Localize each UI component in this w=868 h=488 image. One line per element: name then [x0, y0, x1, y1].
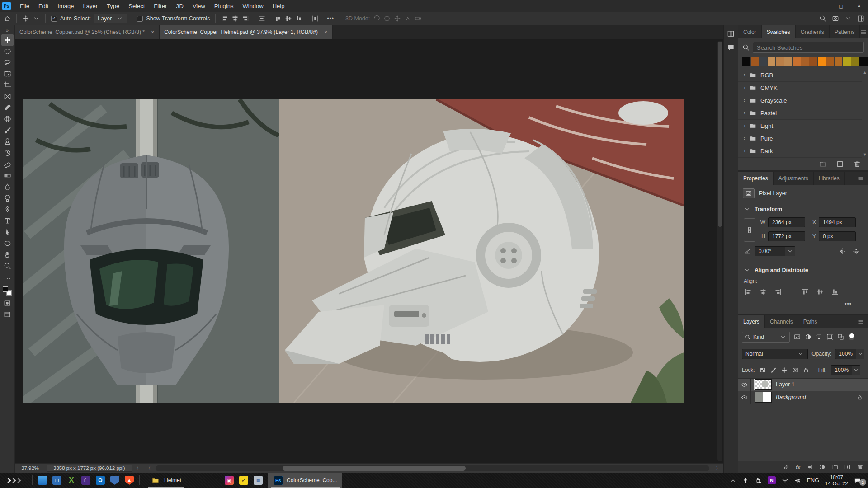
new-layer-icon[interactable]	[844, 464, 851, 470]
xbox-icon[interactable]: X	[67, 476, 76, 485]
move-tool[interactable]	[1, 34, 14, 46]
y-field[interactable]: 0 px	[819, 231, 856, 241]
notification-center-button[interactable]: 2	[854, 477, 863, 484]
zoom-tool[interactable]	[1, 260, 14, 272]
filter-pixel-layers-icon[interactable]	[794, 333, 801, 340]
foreground-background-colors[interactable]	[3, 286, 12, 296]
x-field[interactable]: 1494 px	[819, 217, 856, 227]
swatch-folder-light[interactable]: ›Light	[738, 120, 862, 132]
layer-thumbnail[interactable]	[755, 379, 772, 390]
flip-vertical-icon[interactable]	[853, 248, 860, 255]
brush-tool[interactable]	[1, 125, 14, 136]
color-swatch[interactable]	[751, 57, 759, 66]
menu-item-help[interactable]: Help	[268, 0, 289, 12]
menu-item-3d[interactable]: 3D	[171, 0, 188, 12]
align-section-header[interactable]: Align and Distribute	[744, 267, 863, 274]
file-explorer-icon[interactable]: ❐	[52, 476, 61, 485]
outlook-icon[interactable]: O	[96, 476, 105, 485]
distribute-horizontal-icon[interactable]	[311, 15, 319, 22]
quick-mask-icon[interactable]	[4, 300, 11, 307]
lock-position-icon[interactable]	[781, 367, 788, 373]
panel-menu-icon[interactable]	[857, 315, 868, 328]
canvas-pasteboard[interactable]	[15, 39, 723, 463]
usb-device-icon[interactable]	[742, 477, 749, 484]
blur-tool[interactable]	[1, 181, 14, 192]
align-top-icon[interactable]	[274, 15, 282, 22]
opacity-field[interactable]: 100%	[835, 349, 864, 359]
eyedropper-tool[interactable]	[1, 102, 14, 113]
screen-mode-icon[interactable]	[4, 311, 11, 318]
lock-artboard-icon[interactable]	[792, 367, 798, 373]
zoom-level-field[interactable]: 37.92%	[19, 465, 42, 471]
workspace-switcher-icon[interactable]	[857, 15, 864, 22]
onenote-icon[interactable]: N	[768, 476, 776, 484]
more-align-options-button[interactable]: •••	[327, 15, 334, 22]
auto-select-target-dropdown[interactable]: Layer	[94, 14, 127, 23]
lock-transparency-icon[interactable]	[760, 367, 766, 373]
tab-layers[interactable]: Layers	[738, 315, 765, 328]
swatch-folder-cmyk[interactable]: ›CMYK	[738, 82, 862, 94]
color-swatch[interactable]	[818, 57, 826, 66]
color-swatch[interactable]	[843, 57, 851, 66]
layer-visibility-eye-icon[interactable]	[738, 379, 751, 391]
scroll-left-arrow-icon[interactable]: 〈	[146, 465, 151, 472]
remote-desktop-icon[interactable]: ▦	[254, 476, 263, 485]
width-field[interactable]: 2364 px	[768, 217, 805, 227]
color-swatch[interactable]	[826, 57, 834, 66]
color-swatch[interactable]	[776, 57, 784, 66]
lock-all-icon[interactable]	[803, 367, 809, 373]
lasso-tool[interactable]	[1, 57, 14, 68]
comments-panel-icon[interactable]	[727, 44, 735, 52]
vertical-scrollbar-thumb[interactable]	[718, 42, 722, 227]
instagram-style-icon[interactable]: ◉	[225, 476, 234, 485]
edit-toolbar-icon[interactable]	[4, 275, 11, 282]
pen-tool[interactable]	[1, 204, 14, 215]
menu-item-plugins[interactable]: Plugins	[210, 0, 238, 12]
document-image[interactable]	[23, 99, 684, 403]
swatch-folder-pastel[interactable]: ›Pastel	[738, 107, 862, 120]
document-tab-active[interactable]: ColorScheme_Copper_Helmet.psd @ 37.9% (L…	[160, 25, 333, 39]
close-tab-icon[interactable]: ✕	[151, 29, 155, 35]
healing-brush-tool[interactable]	[1, 113, 14, 125]
shape-tool[interactable]	[1, 238, 14, 249]
align-bottom-icon[interactable]	[295, 15, 302, 22]
new-swatch-icon[interactable]	[836, 160, 844, 168]
dodge-tool[interactable]	[1, 192, 14, 204]
menu-item-image[interactable]: Image	[53, 0, 78, 12]
color-swatch[interactable]	[759, 57, 767, 66]
menu-item-layer[interactable]: Layer	[79, 0, 103, 12]
chevron-down-icon[interactable]	[33, 15, 40, 22]
start-button[interactable]	[5, 479, 27, 483]
tab-properties[interactable]: Properties	[738, 172, 774, 185]
minimize-button[interactable]: ─	[814, 0, 832, 12]
crop-tool[interactable]	[1, 80, 14, 91]
align-center-horizontal-icon[interactable]	[231, 15, 239, 22]
filter-adjustment-layers-icon[interactable]	[805, 333, 811, 340]
layer-row-layer-1[interactable]: Layer 1	[738, 379, 868, 391]
swatch-search-input[interactable]	[753, 42, 864, 53]
color-swatch[interactable]	[835, 57, 843, 66]
menu-item-view[interactable]: View	[188, 0, 210, 12]
menu-item-select[interactable]: Select	[124, 0, 149, 12]
close-button[interactable]: ✕	[850, 0, 868, 12]
filter-kind-dropdown[interactable]: Kind	[742, 332, 790, 343]
filter-toggle-switch[interactable]	[849, 333, 854, 340]
close-tab-icon[interactable]: ✕	[324, 29, 328, 35]
3d-orbit-icon[interactable]	[373, 15, 380, 22]
toolbar-collapse-button[interactable]: »	[6, 26, 9, 34]
eraser-tool[interactable]	[1, 159, 14, 170]
chevron-down-icon[interactable]	[844, 15, 852, 22]
tab-paths[interactable]: Paths	[798, 315, 823, 328]
align-bottom-icon[interactable]	[831, 288, 839, 296]
menu-item-window[interactable]: Window	[238, 0, 268, 12]
color-swatch[interactable]	[851, 57, 859, 66]
blend-mode-dropdown[interactable]: Normal	[742, 349, 808, 359]
color-swatch[interactable]	[859, 57, 868, 66]
clock[interactable]: 18:07 14-Oct-22	[825, 474, 848, 487]
home-icon[interactable]	[4, 15, 11, 22]
volume-icon[interactable]	[794, 477, 801, 484]
search-icon[interactable]	[819, 15, 826, 22]
color-swatch[interactable]	[801, 57, 809, 66]
history-brush-tool[interactable]	[1, 147, 14, 159]
status-menu-arrow-icon[interactable]: 〉	[137, 465, 142, 472]
